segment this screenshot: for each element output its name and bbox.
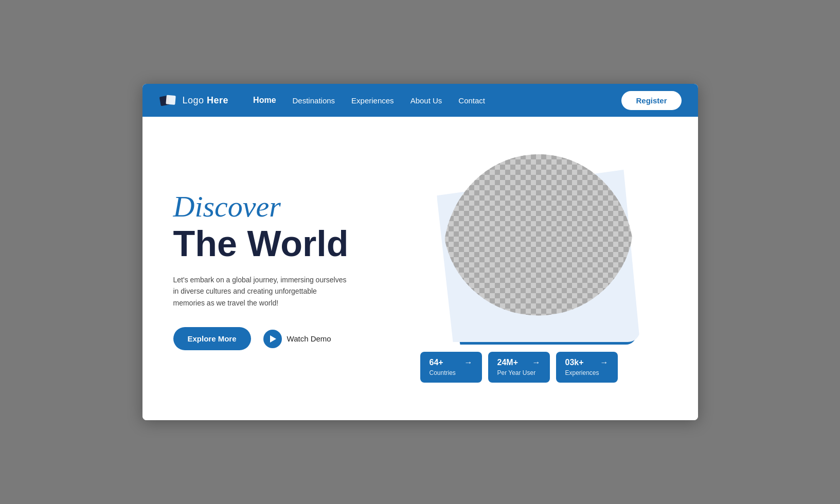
watch-demo-label: Watch Demo (287, 334, 331, 343)
navbar: Logo Here Home Destinations Experiences … (142, 84, 698, 117)
stat-arrow-experiences: → (600, 358, 609, 367)
stat-value-users: 24M+ (497, 358, 518, 367)
stat-card-users: 24M+ → Per Year User (488, 352, 550, 383)
nav-item-contact[interactable]: Contact (458, 96, 485, 105)
stat-label-users: Per Year User (497, 369, 541, 376)
hero-left: Discover The World Let's embark on a glo… (173, 182, 389, 350)
browser-window: Logo Here Home Destinations Experiences … (142, 84, 698, 420)
svg-rect-1 (166, 95, 176, 105)
register-button[interactable]: Register (621, 91, 681, 110)
nav-item-about[interactable]: About Us (410, 96, 442, 105)
explore-more-button[interactable]: Explore More (173, 327, 251, 350)
nav-links: Home Destinations Experiences About Us C… (253, 96, 621, 105)
logo-text-light: Logo (183, 95, 207, 105)
hero-image-container (431, 154, 647, 339)
hero-actions: Explore More Watch Demo (173, 327, 389, 350)
hero-right: 64+ → Countries 24M+ → Per Year User 03k… (410, 149, 667, 383)
stat-top-experiences: 03k+ → (565, 358, 609, 367)
hero-title-script: Discover (173, 192, 389, 222)
stat-arrow-countries: → (464, 358, 473, 367)
stat-label-experiences: Experiences (565, 369, 609, 376)
stat-value-experiences: 03k+ (565, 358, 584, 367)
stat-value-countries: 64+ (430, 358, 443, 367)
stat-top-users: 24M+ → (497, 358, 541, 367)
nav-item-destinations[interactable]: Destinations (293, 96, 335, 105)
stat-card-experiences: 03k+ → Experiences (556, 352, 618, 383)
hero-description: Let's embark on a global journey, immers… (173, 274, 348, 309)
hero-section: Discover The World Let's embark on a glo… (142, 117, 698, 420)
logo-area: Logo Here (159, 91, 229, 110)
logo-icon (159, 91, 177, 110)
stats-row: 64+ → Countries 24M+ → Per Year User 03k… (420, 352, 618, 383)
nav-item-experiences[interactable]: Experiences (351, 96, 394, 105)
logo-text: Logo Here (183, 95, 229, 106)
hero-title-bold: The World (173, 226, 389, 262)
stat-card-countries: 64+ → Countries (420, 352, 482, 383)
stat-top-countries: 64+ → (430, 358, 473, 367)
nav-item-home[interactable]: Home (253, 96, 276, 105)
stat-label-countries: Countries (430, 369, 473, 376)
logo-text-bold: Here (207, 95, 228, 105)
stat-arrow-users: → (532, 358, 541, 367)
watch-demo-button[interactable]: Watch Demo (263, 330, 331, 348)
play-icon (263, 330, 282, 348)
